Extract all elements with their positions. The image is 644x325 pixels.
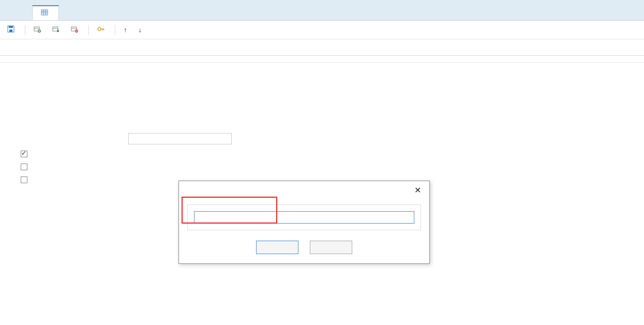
table-name-dialog: ✕ bbox=[178, 181, 430, 198]
modal-overlay: ✕ bbox=[0, 0, 644, 198]
close-icon[interactable]: ✕ bbox=[412, 185, 423, 195]
